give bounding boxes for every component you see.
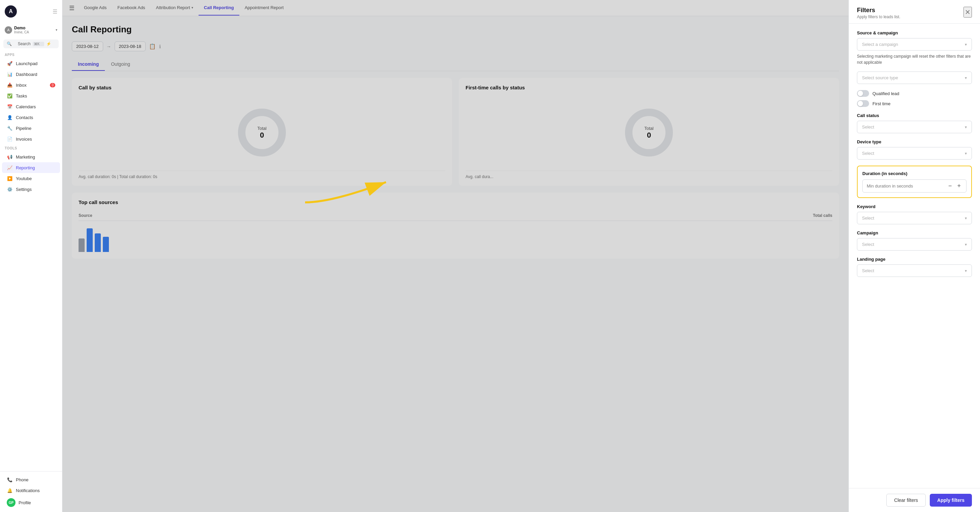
toggle-qualified-lead-knob — [858, 91, 863, 96]
sidebar-label-inbox: Inbox — [16, 83, 27, 88]
select-source-type[interactable]: Select source type ▾ — [857, 72, 972, 84]
select-source-type-placeholder: Select source type — [862, 75, 898, 80]
select-call-status-placeholder: Select — [862, 124, 874, 129]
sidebar-item-launchpad[interactable]: 🚀 Launchpad — [2, 58, 60, 69]
filters-body: Source & campaign Select a campaign ▾ Se… — [849, 24, 980, 488]
pipeline-icon: 🔧 — [7, 125, 13, 131]
sidebar-item-contacts[interactable]: 👤 Contacts — [2, 112, 60, 123]
chart2-footer: Avg. call dura... — [466, 171, 832, 179]
clear-filters-button[interactable]: Clear filters — [886, 494, 926, 507]
select-source-type-chevron: ▾ — [965, 75, 967, 80]
chart1-footer: Avg. call duration: 0s | Total call dura… — [78, 171, 445, 179]
sidebar-label-invoices: Invoices — [16, 137, 32, 142]
sidebar-item-settings[interactable]: ⚙️ Settings — [2, 184, 60, 195]
sidebar-item-profile[interactable]: GP Profile — [2, 496, 60, 509]
bottom-section-title: Top call sources — [78, 199, 832, 205]
main-content: Call Reporting 2023-08-12 → 2023-08-18 📋… — [62, 16, 848, 512]
select-landing-page[interactable]: Select ▾ — [857, 265, 972, 277]
select-campaign-filter-chevron: ▾ — [965, 242, 967, 247]
youtube-icon: ▶️ — [7, 175, 13, 182]
campaign-helper-text: Selecting marketing campaign will reset … — [857, 53, 972, 65]
filter-landing-page-label: Landing page — [857, 257, 972, 262]
bar-2 — [87, 228, 93, 252]
filter-source-campaign: Source & campaign Select a campaign ▾ Se… — [857, 30, 972, 65]
select-campaign-filter[interactable]: Select ▾ — [857, 238, 972, 250]
inbox-badge: 0 — [50, 83, 55, 87]
date-to-chip[interactable]: 2023-08-18 — [115, 41, 146, 51]
user-name: Demo — [14, 26, 54, 30]
bar-chart-mini — [78, 225, 832, 252]
toggle-qualified-lead[interactable] — [857, 90, 869, 97]
sidebar-item-marketing[interactable]: 📢 Marketing — [2, 152, 60, 162]
user-icon: A — [5, 26, 12, 34]
sidebar-label-launchpad: Launchpad — [16, 61, 37, 66]
table-header: Source Total calls — [78, 211, 832, 221]
select-campaign-placeholder: Select a campaign — [862, 42, 898, 47]
nav-hamburger[interactable]: ☰ — [69, 5, 75, 12]
filter-keyword: Keyword Select ▾ — [857, 204, 972, 224]
user-menu[interactable]: A Demo Irvine, CA ▾ — [0, 23, 62, 38]
sidebar-item-youtube[interactable]: ▶️ Youtube — [2, 173, 60, 184]
chart1-title: Call by status — [78, 85, 445, 90]
date-from-chip[interactable]: 2023-08-12 — [72, 41, 103, 51]
calendar-icon[interactable]: 📋 — [149, 43, 156, 49]
inbox-icon: 📥 — [7, 82, 13, 88]
donut-total-value: 0 — [257, 131, 266, 140]
donut-center-1: Total 0 — [257, 126, 266, 140]
filter-landing-page: Landing page Select ▾ — [857, 257, 972, 277]
tasks-icon: ✅ — [7, 93, 13, 99]
duration-decrement-button[interactable]: − — [947, 182, 953, 190]
info-icon[interactable]: ℹ — [159, 44, 161, 49]
apps-section-label: Apps — [0, 51, 62, 58]
filter-duration-label: Duration (in seconds) — [862, 171, 967, 176]
profile-avatar: GP — [7, 498, 16, 507]
date-row: 2023-08-12 → 2023-08-18 📋 ℹ — [72, 41, 839, 51]
duration-increment-button[interactable]: + — [956, 182, 962, 190]
invoices-icon: 📄 — [7, 136, 13, 142]
sidebar-item-pipeline[interactable]: 🔧 Pipeline — [2, 123, 60, 134]
sidebar-item-tasks[interactable]: ✅ Tasks — [2, 90, 60, 101]
select-campaign[interactable]: Select a campaign ▾ — [857, 38, 972, 51]
sidebar-item-phone[interactable]: 📞 Phone — [2, 474, 60, 485]
tab-attribution-report[interactable]: Attribution Report ▾ — [151, 0, 199, 16]
filter-campaign: Campaign Select ▾ — [857, 230, 972, 250]
search-button[interactable]: 🔍 Search ⌘K ⚡ — [3, 40, 59, 48]
select-device-type[interactable]: Select ▾ — [857, 147, 972, 160]
select-keyword[interactable]: Select ▾ — [857, 212, 972, 224]
select-keyword-chevron: ▾ — [965, 216, 967, 220]
bottom-card: Top call sources Source Total calls — [72, 193, 839, 259]
notifications-icon: 🔔 — [7, 487, 13, 493]
sidebar-item-inbox[interactable]: 📥 Inbox 0 — [2, 80, 60, 90]
filters-header: Filters Apply filters to leads list. ✕ — [849, 0, 980, 24]
tab-google-ads[interactable]: Google Ads — [78, 0, 112, 16]
select-call-status[interactable]: Select ▾ — [857, 121, 972, 133]
apply-filters-button[interactable]: Apply filters — [930, 494, 972, 507]
top-nav: ☰ Google Ads Facebook Ads Attribution Re… — [62, 0, 848, 16]
filter-source-type: Select source type ▾ — [857, 72, 972, 84]
sidebar-label-notifications: Notifications — [16, 488, 40, 493]
tab-facebook-ads[interactable]: Facebook Ads — [112, 0, 150, 16]
tab-outgoing[interactable]: Outgoing — [105, 58, 136, 71]
sidebar-item-invoices[interactable]: 📄 Invoices — [2, 134, 60, 144]
donut-area-2: Total 0 — [466, 94, 832, 171]
select-landing-page-chevron: ▾ — [965, 268, 967, 273]
filter-toggles: Qualified lead First time — [857, 90, 972, 107]
col-total-calls: Total calls — [455, 213, 832, 218]
sidebar-label-profile: Profile — [19, 500, 31, 505]
sidebar-item-dashboard[interactable]: 📊 Dashboard — [2, 69, 60, 80]
filter-call-status-label: Call status — [857, 113, 972, 118]
duration-min-input[interactable] — [867, 183, 944, 188]
tab-incoming[interactable]: Incoming — [72, 58, 105, 71]
sidebar-item-reporting[interactable]: 📈 Reporting — [2, 162, 60, 173]
hamburger-icon[interactable]: ☰ — [52, 8, 57, 15]
tools-section-label: Tools — [0, 144, 62, 152]
filters-close-button[interactable]: ✕ — [964, 7, 972, 18]
tab-appointment-report[interactable]: Appointment Report — [239, 0, 289, 16]
bar-1 — [78, 238, 84, 252]
tab-call-reporting[interactable]: Call Reporting — [199, 0, 239, 16]
toggle-first-time-label: First time — [872, 101, 890, 106]
toggle-first-time[interactable] — [857, 100, 869, 107]
sidebar-item-notifications[interactable]: 🔔 Notifications — [2, 485, 60, 496]
launchpad-icon: 🚀 — [7, 61, 13, 67]
sidebar-item-calendars[interactable]: 📅 Calendars — [2, 101, 60, 112]
